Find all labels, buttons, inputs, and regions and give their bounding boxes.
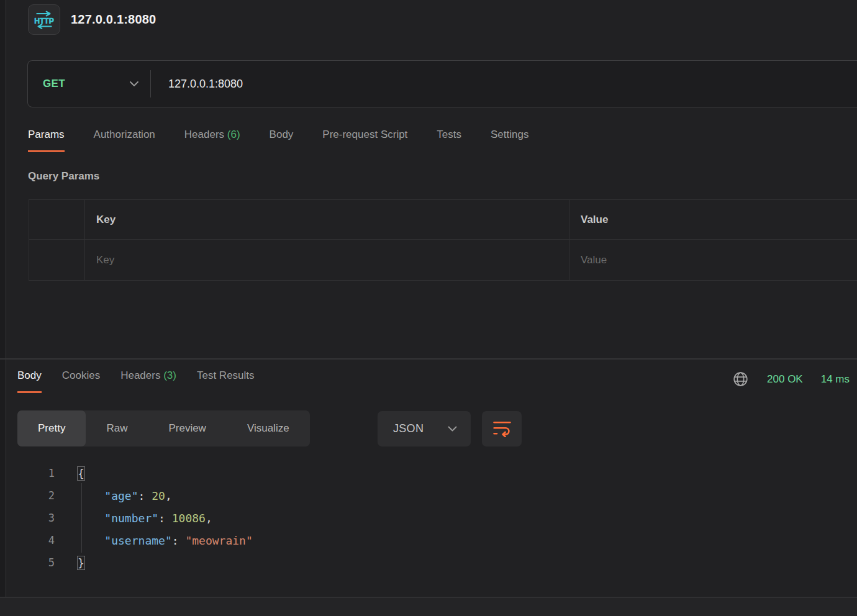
line-number: 1 — [0, 467, 55, 479]
query-params-table: Key Value Key Value — [29, 199, 857, 281]
request-tabs: Params Authorization Headers (6) Body Pr… — [28, 129, 528, 152]
format-dropdown[interactable]: JSON — [378, 411, 471, 446]
code-line: 2 "age": 20, — [0, 484, 857, 507]
tab-headers[interactable]: Headers (6) — [184, 129, 240, 152]
tab-response-headers[interactable]: Headers (3) — [120, 369, 176, 393]
tab-label: Body — [17, 369, 42, 381]
tab-label: Tests — [437, 129, 461, 140]
code-line-text: "number": 10086, — [55, 512, 212, 525]
url-bar: GET 127.0.0.1:8080 — [27, 60, 857, 107]
url-input[interactable]: 127.0.0.1:8080 — [151, 78, 857, 91]
tab-response-body[interactable]: Body — [17, 369, 42, 393]
tab-authorization[interactable]: Authorization — [94, 129, 155, 152]
response-tabs: Body Cookies Headers (3) Test Results — [17, 369, 255, 393]
view-preview[interactable]: Preview — [148, 410, 226, 446]
view-raw[interactable]: Raw — [86, 410, 148, 446]
tab-label: Authorization — [94, 129, 155, 140]
code-line: 3 "number": 10086, — [0, 507, 857, 529]
chevron-down-icon — [448, 426, 457, 432]
method-selector[interactable]: GET — [28, 61, 150, 107]
code-line: 5} — [0, 551, 857, 574]
code-line: 4 "username": "meowrain" — [0, 529, 857, 551]
request-header: HTTP 127.0.0.1:8080 — [28, 4, 156, 35]
code-line-text: "age": 20, — [55, 489, 172, 502]
response-tabbar: Body Cookies Headers (3) Test Results — [17, 369, 255, 393]
tab-label: Cookies — [62, 369, 100, 381]
headers-count-badge: (6) — [227, 129, 240, 140]
svg-text:HTTP: HTTP — [34, 16, 54, 25]
table-header-row: Key Value — [29, 200, 857, 240]
key-column-header: Key — [85, 200, 569, 239]
param-key-input[interactable]: Key — [85, 240, 569, 280]
status-badge: 200 OK — [767, 373, 803, 386]
query-params-heading: Query Params — [28, 170, 99, 183]
tab-label: Pre-request Script — [322, 129, 407, 140]
response-meta: 200 OK 14 ms — [732, 371, 850, 387]
tab-test-results[interactable]: Test Results — [197, 369, 255, 393]
tab-label: Headers — [120, 369, 160, 381]
code-line-text: { — [55, 467, 84, 480]
code-editor-lines: 1{2 "age": 20,3 "number": 10086,4 "usern… — [0, 462, 857, 574]
view-pretty[interactable]: Pretty — [17, 410, 86, 446]
line-number: 2 — [0, 489, 55, 502]
indent-guide — [81, 483, 82, 553]
code-line: 1{ — [0, 462, 857, 484]
response-time: 14 ms — [821, 373, 850, 386]
code-line-text: "username": "meowrain" — [55, 534, 253, 547]
code-line-text: } — [55, 556, 84, 569]
format-label: JSON — [393, 422, 424, 435]
row-select-column-header — [29, 200, 85, 239]
tab-label: Test Results — [197, 369, 255, 381]
tab-label: Settings — [491, 129, 528, 140]
globe-icon[interactable] — [732, 371, 749, 387]
method-label: GET — [43, 78, 65, 90]
line-number: 3 — [0, 512, 55, 524]
value-column-header: Value — [569, 200, 857, 239]
param-input-row: Key Value — [29, 240, 857, 281]
view-mode-switch: Pretty Raw Preview Visualize — [17, 410, 310, 446]
code-editor[interactable]: 1{2 "age": 20,3 "number": 10086,4 "usern… — [0, 462, 857, 574]
wrap-text-icon — [492, 420, 512, 437]
row-select-cell — [29, 240, 85, 280]
tab-params[interactable]: Params — [28, 129, 65, 152]
response-headers-count-badge: (3) — [163, 369, 176, 381]
tab-label: Headers — [184, 129, 224, 140]
tab-label: Params — [28, 129, 65, 140]
pane-divider — [0, 358, 857, 360]
line-number: 4 — [0, 534, 55, 546]
tab-settings[interactable]: Settings — [491, 129, 528, 152]
status-bar — [0, 598, 857, 616]
tab-label: Body — [270, 129, 294, 140]
view-visualize[interactable]: Visualize — [227, 410, 310, 446]
http-icon: HTTP — [28, 4, 60, 35]
tab-body[interactable]: Body — [270, 129, 294, 152]
app-window: HTTP 127.0.0.1:8080 GET 127.0.0.1:8080 P… — [0, 0, 857, 616]
request-title: 127.0.0.1:8080 — [71, 12, 156, 27]
tab-response-cookies[interactable]: Cookies — [62, 369, 100, 393]
param-value-input[interactable]: Value — [569, 240, 857, 280]
chevron-down-icon — [129, 81, 139, 87]
line-number: 5 — [0, 556, 55, 569]
wrap-text-button[interactable] — [482, 411, 522, 446]
tab-tests[interactable]: Tests — [437, 129, 461, 152]
tab-pre-request-script[interactable]: Pre-request Script — [322, 129, 407, 152]
